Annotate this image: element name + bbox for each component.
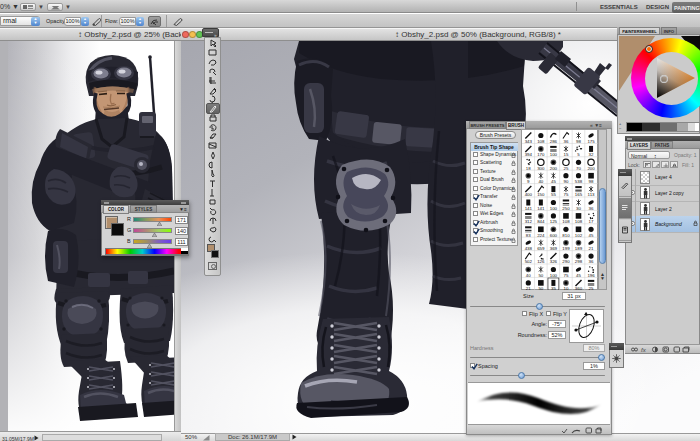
svg-text:360: 360 — [575, 286, 583, 290]
svg-text:70: 70 — [576, 166, 581, 171]
svg-text:224: 224 — [537, 233, 545, 238]
svg-text:45: 45 — [551, 179, 556, 184]
svg-text:75: 75 — [564, 192, 569, 197]
svg-text:90: 90 — [564, 179, 569, 184]
svg-text:298: 298 — [575, 259, 583, 264]
svg-text:fx: fx — [641, 347, 647, 353]
svg-text:40: 40 — [538, 179, 543, 184]
svg-text:502: 502 — [525, 259, 533, 264]
svg-text:55: 55 — [551, 192, 556, 197]
svg-text:141: 141 — [525, 206, 533, 211]
svg-text:100: 100 — [550, 206, 558, 211]
svg-text:10: 10 — [564, 286, 569, 290]
svg-text:45: 45 — [576, 273, 581, 278]
svg-text:600: 600 — [550, 233, 558, 238]
svg-text:312: 312 — [525, 219, 533, 224]
svg-text:25: 25 — [589, 286, 594, 290]
svg-text:538: 538 — [575, 179, 583, 184]
svg-text:9: 9 — [527, 179, 530, 184]
svg-text:659: 659 — [537, 246, 545, 251]
svg-text:141: 141 — [537, 206, 545, 211]
svg-text:199: 199 — [562, 246, 570, 251]
svg-text:5: 5 — [577, 152, 580, 157]
svg-text:200: 200 — [550, 166, 558, 171]
svg-text:326: 326 — [550, 259, 558, 264]
svg-text:21: 21 — [589, 246, 594, 251]
svg-text:100: 100 — [550, 152, 558, 157]
svg-text:125: 125 — [550, 219, 558, 224]
svg-text:394: 394 — [525, 152, 533, 157]
svg-text:108: 108 — [537, 139, 545, 144]
svg-text:36: 36 — [589, 259, 594, 264]
svg-text:175: 175 — [587, 139, 595, 144]
svg-text:40: 40 — [526, 273, 531, 278]
svg-text:75: 75 — [564, 273, 569, 278]
svg-text:32: 32 — [589, 152, 594, 157]
svg-text:438: 438 — [525, 246, 533, 251]
svg-text:369: 369 — [550, 246, 558, 251]
svg-text:810: 810 — [562, 233, 570, 238]
svg-text:50: 50 — [538, 286, 543, 290]
svg-text:25: 25 — [564, 166, 569, 171]
svg-text:35: 35 — [551, 286, 556, 290]
svg-text:196: 196 — [587, 273, 595, 278]
svg-text:108: 108 — [562, 219, 570, 224]
svg-text:50: 50 — [538, 273, 543, 278]
svg-text:30: 30 — [576, 206, 581, 211]
svg-text:21: 21 — [526, 286, 531, 290]
svg-text:165: 165 — [575, 192, 583, 197]
svg-text:300: 300 — [537, 166, 545, 171]
svg-text:17: 17 — [589, 219, 594, 224]
svg-text:286: 286 — [550, 139, 558, 144]
svg-text:150: 150 — [537, 192, 545, 197]
svg-text:36: 36 — [564, 139, 569, 144]
svg-text:126: 126 — [537, 259, 545, 264]
svg-text:343: 343 — [525, 139, 533, 144]
svg-text:18: 18 — [526, 166, 531, 171]
svg-text:15: 15 — [564, 152, 569, 157]
svg-text:98: 98 — [589, 179, 594, 184]
svg-text:102: 102 — [575, 233, 583, 238]
svg-text:189: 189 — [575, 246, 583, 251]
svg-text:113: 113 — [588, 192, 596, 197]
svg-text:36: 36 — [589, 206, 594, 211]
svg-text:45: 45 — [589, 233, 594, 238]
svg-text:200: 200 — [587, 166, 595, 171]
svg-text:108: 108 — [575, 219, 583, 224]
svg-text:83: 83 — [526, 233, 531, 238]
svg-text:400: 400 — [525, 192, 533, 197]
svg-text:844: 844 — [537, 219, 545, 224]
svg-text:290: 290 — [562, 259, 570, 264]
svg-text:100: 100 — [550, 273, 558, 278]
svg-text:250: 250 — [562, 206, 570, 211]
svg-text:98: 98 — [576, 139, 581, 144]
svg-text:170: 170 — [537, 152, 545, 157]
